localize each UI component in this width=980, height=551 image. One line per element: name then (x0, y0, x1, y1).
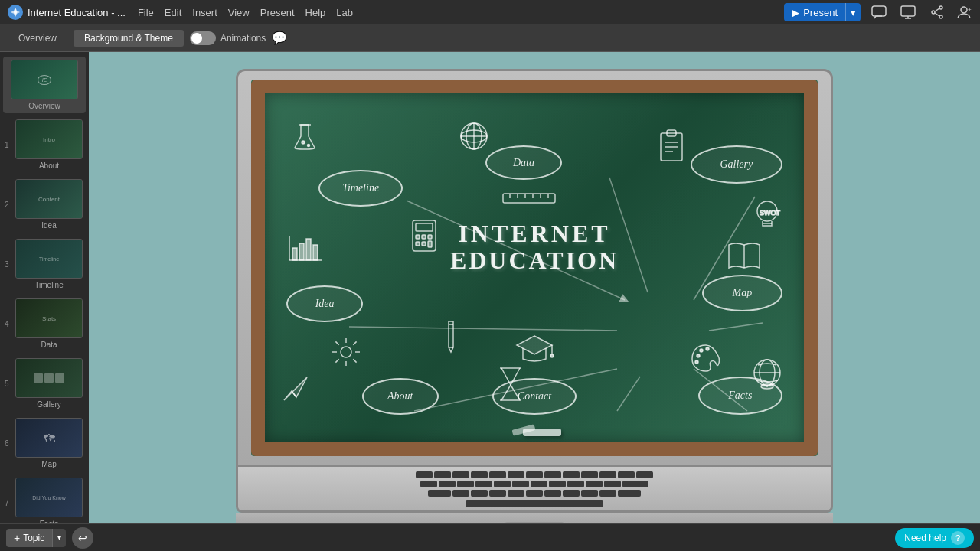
slide-thumb-map: 🗺 (15, 418, 83, 458)
slide-thumb-about: Intro (15, 119, 83, 159)
slide-thumb-data: Stats (15, 298, 83, 338)
clipboard-icon (658, 129, 685, 166)
svg-point-60 (695, 360, 698, 364)
label-about: About (362, 378, 439, 415)
slide-item-facts[interactable]: 7 Did You Know Facts (3, 474, 86, 531)
toggle-switch[interactable] (190, 31, 216, 45)
label-map: Map (702, 275, 782, 311)
slide-number-3: 3 (5, 260, 12, 269)
laptop-illustration: INTERNET EDUCATION Timeline Data (236, 69, 833, 534)
add-topic-main[interactable]: + Topic (6, 529, 52, 547)
need-help-button[interactable]: Need help ? (895, 528, 974, 548)
svg-rect-30 (292, 248, 297, 260)
need-help-label: Need help (904, 533, 946, 543)
slide-thumb-facts: Did You Know (15, 478, 83, 517)
tab-background-theme[interactable]: Background & Theme (74, 30, 184, 47)
bottombar: + Topic ▾ ↩ Need help ? (0, 523, 980, 551)
add-topic-label: Topic (23, 533, 44, 543)
present-button[interactable]: ▶ Present ▾ (784, 3, 861, 21)
svg-rect-0 (872, 6, 886, 16)
menu-lab[interactable]: Lab (336, 7, 353, 18)
present-button-label: Present (803, 7, 838, 18)
present-button-main[interactable]: ▶ Present (784, 7, 845, 18)
monitor-icon[interactable] (897, 2, 919, 23)
slide-number-4: 4 (5, 320, 12, 328)
app-logo: Internet Education - ... (8, 5, 126, 20)
pencil-icon (443, 318, 459, 359)
add-topic-button[interactable]: + Topic ▾ (6, 529, 66, 547)
laptop-screen: INTERNET EDUCATION Timeline Data (251, 80, 818, 456)
back-button[interactable]: ↩ (72, 527, 93, 549)
topbar-right-icons: ▶ Present ▾ (784, 2, 972, 23)
svg-rect-37 (422, 235, 426, 239)
slide-item-gallery[interactable]: 5 Gallery (3, 355, 86, 412)
svg-rect-39 (416, 242, 420, 246)
menu-help[interactable]: Help (305, 7, 326, 18)
svg-rect-36 (416, 235, 420, 239)
slide-thumb-idea: Content (15, 179, 83, 219)
slide-thumb-overview: IE (11, 60, 78, 99)
blackboard: INTERNET EDUCATION Timeline Data (251, 80, 818, 456)
add-icon: + (14, 532, 20, 544)
user-icon[interactable]: + (956, 5, 972, 19)
slide-number-7: 7 (5, 499, 12, 507)
paper-plane-icon (281, 374, 310, 407)
ruler-icon (502, 191, 556, 209)
svg-rect-38 (428, 235, 432, 239)
label-idea: Idea (286, 285, 363, 322)
animations-toggle[interactable]: Animations (190, 31, 266, 45)
svg-marker-54 (517, 336, 552, 354)
tab-overview[interactable]: Overview (8, 30, 67, 47)
label-data: Data (485, 145, 562, 180)
comment-icon[interactable]: 💬 (272, 31, 287, 45)
slide-item-overview[interactable]: IE Overview (3, 57, 86, 113)
slide-label-timeline: Timeline (34, 281, 63, 289)
slide-item-about[interactable]: 1 Intro About (3, 116, 86, 173)
svg-point-4 (939, 6, 942, 9)
top-menubar: Internet Education - ... File Edit Inser… (0, 0, 980, 24)
svg-line-7 (935, 8, 939, 11)
svg-rect-31 (299, 243, 304, 260)
canvas-area: INTERNET EDUCATION Timeline Data (89, 52, 980, 551)
svg-point-13 (308, 145, 310, 147)
slide-item-data[interactable]: 4 Stats Data (3, 295, 86, 352)
slide-thumb-timeline: Timeline (15, 239, 83, 279)
slide-number-5: 5 (5, 380, 12, 388)
laptop-keyboard-housing (236, 467, 833, 513)
chat-icon[interactable] (868, 2, 890, 23)
share-icon[interactable] (926, 2, 948, 23)
slide-number-1: 1 (5, 141, 12, 149)
hourglass-icon (497, 365, 524, 407)
lightbulb-icon: SWOT (752, 198, 782, 236)
svg-point-58 (700, 349, 703, 352)
slide-label-map: Map (41, 460, 56, 468)
svg-point-57 (697, 354, 700, 357)
svg-rect-33 (313, 245, 318, 260)
play-icon: ▶ (792, 7, 799, 18)
back-arrow-icon: ↩ (78, 532, 87, 544)
menu-file[interactable]: File (138, 7, 154, 18)
add-topic-dropdown-arrow[interactable]: ▾ (52, 529, 66, 547)
svg-point-6 (932, 11, 935, 14)
slide-label-overview: Overview (28, 102, 60, 110)
menu-view[interactable]: View (228, 7, 250, 18)
slide-label-gallery: Gallery (37, 400, 61, 409)
slide-label-data: Data (41, 341, 57, 349)
svg-line-8 (935, 13, 939, 16)
slide-label-about: About (39, 161, 59, 170)
slide-item-timeline[interactable]: 3 Timeline Timeline (3, 236, 86, 292)
slide-item-map[interactable]: 6 🗺 Map (3, 415, 86, 471)
svg-rect-35 (416, 223, 433, 231)
menu-bar: File Edit Insert View Present Help Lab (138, 7, 353, 18)
menu-insert[interactable]: Insert (192, 7, 217, 18)
gear-icon (329, 335, 363, 373)
present-dropdown-arrow[interactable]: ▾ (845, 3, 861, 21)
menu-present[interactable]: Present (260, 7, 295, 18)
dropdown-chevron: ▾ (57, 533, 61, 542)
calculator-icon (410, 219, 438, 256)
main-content: IE Overview 1 Intro About 2 (0, 52, 980, 551)
menu-edit[interactable]: Edit (165, 7, 181, 18)
slide-item-idea[interactable]: 2 Content Idea (3, 176, 86, 233)
label-timeline: Timeline (318, 170, 403, 207)
slide-number-2: 2 (5, 201, 12, 209)
